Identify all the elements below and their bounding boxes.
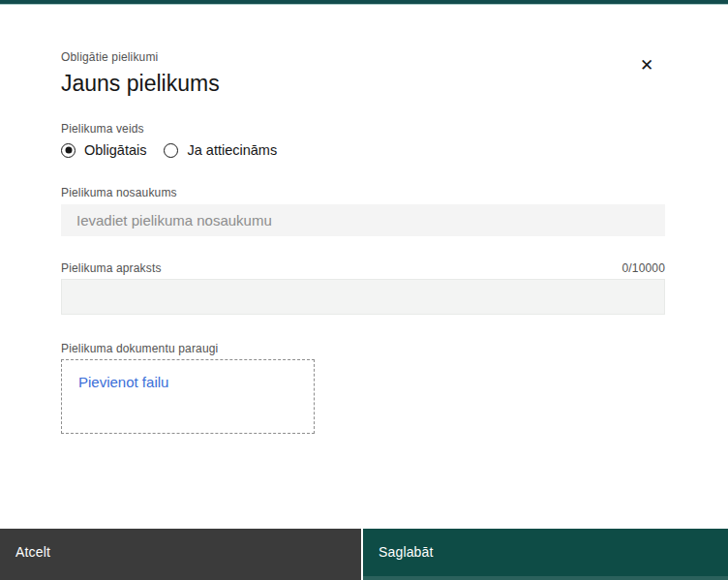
radio-option-if-applicable[interactable]: Ja attiecināms	[164, 142, 277, 158]
attachment-description-textarea[interactable]	[61, 279, 665, 315]
attachment-description-label: Pielikuma apraksts	[61, 260, 162, 276]
modal-title: Jauns pielikums	[61, 70, 220, 97]
description-label-row: Pielikuma apraksts 0/10000	[61, 260, 665, 276]
close-icon: ✕	[640, 57, 653, 74]
attachment-type-radio-group: Obligātais Ja attiecināms	[61, 140, 277, 160]
radio-option-mandatory[interactable]: Obligātais	[61, 142, 146, 158]
radio-unselected-icon[interactable]	[164, 143, 178, 158]
attachment-name-label: Pielikuma nosaukums	[61, 185, 177, 200]
add-file-button[interactable]: Pievienot failu	[78, 374, 168, 390]
new-attachment-modal: Obligātie pielikumi Jauns pielikums ✕ Pi…	[0, 6, 728, 580]
radio-selected-icon[interactable]	[61, 143, 76, 158]
page-top-bar	[0, 0, 728, 5]
file-upload-dropzone[interactable]: Pievienot failu	[61, 359, 315, 434]
modal-context-label: Obligātie pielikumi	[61, 49, 158, 65]
attachment-name-input[interactable]	[61, 204, 665, 236]
modal-footer: Atcelt Saglabāt	[0, 529, 728, 580]
close-button[interactable]: ✕	[631, 49, 662, 80]
radio-option-label: Ja attiecināms	[187, 142, 277, 158]
radio-option-label: Obligātais	[84, 142, 146, 158]
character-counter: 0/10000	[622, 260, 666, 276]
attachment-type-label: Pielikuma veids	[61, 121, 144, 137]
save-button[interactable]: Saglabāt	[363, 529, 728, 580]
document-samples-label: Pielikuma dokumentu paraugi	[61, 341, 218, 356]
cancel-button[interactable]: Atcelt	[0, 529, 363, 580]
